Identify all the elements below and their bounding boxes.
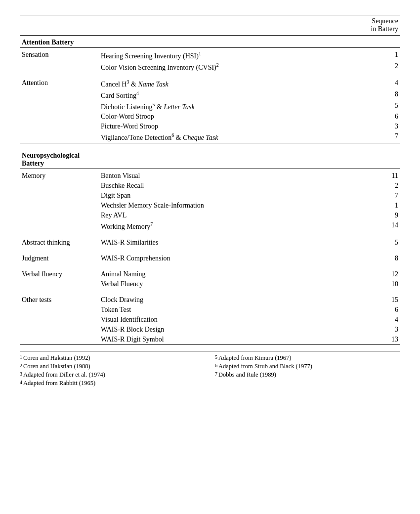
sequence-cell: 13	[361, 335, 400, 345]
section-label: Neuropsychological Battery	[20, 145, 400, 169]
battery-cell	[20, 181, 99, 191]
footnote-text: Adapted from Strub and Black (1977)	[218, 363, 312, 370]
instrument-cell: Cancel H3 & Name Task	[99, 72, 361, 89]
footnote-item: 3Adapted from Diller et al. (1974)	[20, 371, 205, 379]
sequence-cell: 11	[361, 169, 400, 181]
table-row: Color Vision Screening Inventory (CVSI)2…	[20, 61, 400, 73]
footnotes-right: 5Adapted from Kimura (1967)6Adapted from…	[215, 354, 400, 388]
instrument-cell: WAIS-R Block Design	[99, 325, 361, 335]
table-row: Verbal Fluency10	[20, 279, 400, 289]
battery-cell	[20, 122, 99, 131]
sequence-cell: 12	[361, 263, 400, 279]
battery-cell: Memory	[20, 169, 99, 181]
instrument-cell: Digit Span	[99, 191, 361, 201]
col-header-instrument	[99, 15, 361, 36]
table-row: Working Memory714	[20, 220, 400, 232]
sequence-cell: 4	[361, 72, 400, 89]
table-row: Visual Identification4	[20, 315, 400, 325]
sequence-cell: 4	[361, 315, 400, 325]
instrument-cell: Wechsler Memory Scale-Information	[99, 201, 361, 211]
sequence-cell: 5	[361, 101, 400, 112]
table-row: Color-Word Stroop6	[20, 112, 400, 122]
footnote-text: Coren and Hakstian (1988)	[23, 363, 90, 370]
sequence-cell: 2	[361, 61, 400, 73]
sequence-cell: 1	[361, 48, 400, 61]
instrument-cell: Buschke Recall	[99, 181, 361, 191]
battery-cell	[20, 89, 99, 101]
footnote-item: 6Adapted from Strub and Black (1977)	[215, 363, 400, 370]
instrument-cell: WAIS-R Comprehension	[99, 248, 361, 263]
table-row: Buschke Recall2	[20, 181, 400, 191]
footnotes-section: 1Coren and Hakstian (1992)2Coren and Hak…	[20, 351, 400, 388]
table-row: Vigilance/Tone Detection6 & Cheque Task7	[20, 131, 400, 143]
section-label: Attention Battery	[20, 36, 400, 48]
footnote-item: 7Dobbs and Rule (1989)	[215, 371, 400, 379]
instrument-cell: Color-Word Stroop	[99, 112, 361, 122]
battery-cell: Judgment	[20, 248, 99, 263]
battery-cell	[20, 335, 99, 345]
battery-cell	[20, 131, 99, 143]
col-header-sequence: Sequencein Battery	[361, 15, 400, 36]
instrument-cell: Rey AVL	[99, 211, 361, 220]
sequence-cell: 10	[361, 279, 400, 289]
footnote-item: 4Adapted from Rabbitt (1965)	[20, 380, 205, 387]
sequence-cell: 6	[361, 305, 400, 315]
instrument-cell: WAIS-R Similarities	[99, 232, 361, 248]
instrument-cell: Clock Drawing	[99, 289, 361, 305]
col-header-battery	[20, 15, 99, 36]
table-row: SensationHearing Screening Inventory (HS…	[20, 48, 400, 61]
table-row: Abstract thinkingWAIS-R Similarities5	[20, 232, 400, 248]
instrument-cell: Animal Naming	[99, 263, 361, 279]
battery-cell	[20, 201, 99, 211]
footnote-text: Dobbs and Rule (1989)	[218, 371, 276, 379]
section-header-row: Attention Battery	[20, 36, 400, 48]
footnotes-left: 1Coren and Hakstian (1992)2Coren and Hak…	[20, 354, 205, 388]
battery-cell: Abstract thinking	[20, 232, 99, 248]
battery-cell: Attention	[20, 72, 99, 89]
battery-cell	[20, 279, 99, 289]
table-row: WAIS-R Block Design3	[20, 325, 400, 335]
table-row: Verbal fluencyAnimal Naming12	[20, 263, 400, 279]
battery-cell	[20, 61, 99, 73]
instrument-cell: Verbal Fluency	[99, 279, 361, 289]
table-row: Other testsClock Drawing15	[20, 289, 400, 305]
section-header-row: Neuropsychological Battery	[20, 145, 400, 169]
battery-cell	[20, 112, 99, 122]
sequence-cell: 7	[361, 191, 400, 201]
sequence-cell: 14	[361, 220, 400, 232]
footnote-text: Adapted from Rabbitt (1965)	[23, 380, 95, 387]
battery-table: Sequencein Battery Attention BatterySens…	[20, 15, 400, 347]
instrument-cell: Visual Identification	[99, 315, 361, 325]
instrument-cell: WAIS-R Digit Symbol	[99, 335, 361, 345]
battery-cell: Sensation	[20, 48, 99, 61]
footnote-item: 1Coren and Hakstian (1992)	[20, 354, 205, 362]
instrument-cell: Picture-Word Stroop	[99, 122, 361, 131]
table-header-row: Sequencein Battery	[20, 15, 400, 36]
sequence-cell: 15	[361, 289, 400, 305]
sequence-cell: 1	[361, 201, 400, 211]
table-row: Rey AVL9	[20, 211, 400, 220]
battery-cell: Other tests	[20, 289, 99, 305]
instrument-cell: Color Vision Screening Inventory (CVSI)2	[99, 61, 361, 73]
battery-cell	[20, 325, 99, 335]
sequence-cell: 3	[361, 325, 400, 335]
battery-cell	[20, 315, 99, 325]
sequence-cell: 8	[361, 248, 400, 263]
battery-cell	[20, 220, 99, 232]
instrument-cell: Vigilance/Tone Detection6 & Cheque Task	[99, 131, 361, 143]
table-row: WAIS-R Digit Symbol13	[20, 335, 400, 345]
battery-cell	[20, 191, 99, 201]
footnote-item: 2Coren and Hakstian (1988)	[20, 363, 205, 370]
main-table-container: Sequencein Battery Attention BatterySens…	[20, 15, 400, 347]
bottom-border-row	[20, 345, 400, 347]
table-row: JudgmentWAIS-R Comprehension8	[20, 248, 400, 263]
sequence-cell: 3	[361, 122, 400, 131]
table-row: Card Sorting48	[20, 89, 400, 101]
table-row: Wechsler Memory Scale-Information1	[20, 201, 400, 211]
sequence-cell: 7	[361, 131, 400, 143]
battery-cell	[20, 211, 99, 220]
footnote-text: Coren and Hakstian (1992)	[23, 354, 90, 362]
table-row: AttentionCancel H3 & Name Task4	[20, 72, 400, 89]
instrument-cell: Hearing Screening Inventory (HSI)1	[99, 48, 361, 61]
footnote-item: 5Adapted from Kimura (1967)	[215, 354, 400, 362]
